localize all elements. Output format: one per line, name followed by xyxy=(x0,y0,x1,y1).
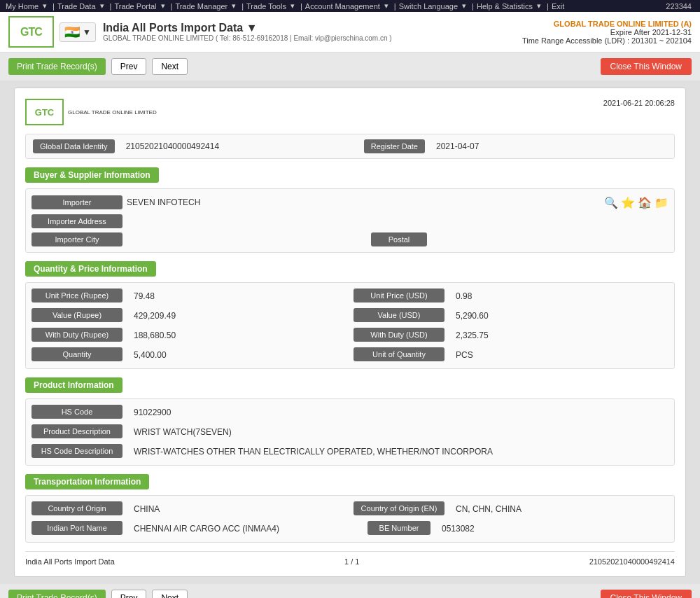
nav-help-statistics[interactable]: Help & Statistics xyxy=(477,2,533,11)
postal-value xyxy=(434,232,668,238)
hs-code-value: 91022900 xyxy=(130,405,668,420)
unit-price-usd-label: Unit Price (USD) xyxy=(354,288,444,303)
company-name: GLOBAL TRADE ONLINE LIMITED (A) xyxy=(522,20,692,28)
nav-exit[interactable]: Exit xyxy=(552,2,564,11)
search-icon[interactable]: 🔍 xyxy=(604,196,618,209)
importer-address-row: Importer Address xyxy=(31,214,668,228)
unit-of-quantity-label: Unit of Quantity xyxy=(354,347,444,361)
register-date-label: Register Date xyxy=(364,139,425,153)
account-info: GLOBAL TRADE ONLINE LIMITED (A) Expire A… xyxy=(522,20,692,45)
with-duty-usd-value: 2,325.75 xyxy=(451,328,668,343)
unit-price-rupee-label: Unit Price (Rupee) xyxy=(31,288,122,303)
product-section: Product Information HS Code 91022900 Pro… xyxy=(25,377,675,466)
hs-code-row: HS Code 91022900 xyxy=(31,405,668,420)
footer-dataset-label: India All Ports Import Data xyxy=(25,557,115,566)
value-rupee-label: Value (Rupee) xyxy=(31,308,122,322)
country-of-origin-value: CHINA xyxy=(130,501,346,517)
next-button-bottom[interactable]: Next xyxy=(152,590,188,598)
nav-trade-tools[interactable]: Trade Tools xyxy=(246,2,286,11)
buyer-supplier-section: Buyer & Supplier Information Importer SE… xyxy=(25,167,675,253)
logo: GTC xyxy=(8,16,54,48)
header: GTC 🇮🇳 ▼ India All Ports Import Data ▼ G… xyxy=(0,12,700,53)
buyer-icons: 🔍 ⭐ 🏠 📁 xyxy=(604,196,668,209)
close-button-bottom[interactable]: Close This Window xyxy=(601,590,692,598)
record-card: GTC GLOBAL TRADE ONLINE LIMITED 2021-06-… xyxy=(14,88,686,577)
header-title-area: India All Ports Import Data ▼ GLOBAL TRA… xyxy=(103,22,522,42)
quantity-row: Quantity 5,400.00 Unit of Quantity PCS xyxy=(31,347,668,363)
with-duty-row: With Duty (Rupee) 188,680.50 With Duty (… xyxy=(31,328,668,343)
product-body: HS Code 91022900 Product Description WRI… xyxy=(25,398,675,466)
nav-switch-language[interactable]: Switch Language xyxy=(399,2,458,11)
prev-button-top[interactable]: Prev xyxy=(111,58,147,75)
flag-icon: 🇮🇳 xyxy=(64,25,80,40)
print-button-top[interactable]: Print Trade Record(s) xyxy=(8,58,106,75)
country-of-origin-label: Country of Origin xyxy=(31,501,122,515)
record-logo: GTC GLOBAL TRADE ONLINE LIMITED xyxy=(25,99,157,125)
quantity-label: Quantity xyxy=(31,347,122,361)
unit-of-quantity-value: PCS xyxy=(451,347,668,363)
hs-code-description-label: HS Code Description xyxy=(31,444,122,458)
product-title: Product Information xyxy=(25,377,122,393)
main-content: GTC GLOBAL TRADE ONLINE LIMITED 2021-06-… xyxy=(0,81,700,584)
footer-record-id: 21052021040000492414 xyxy=(589,557,675,566)
close-button-top[interactable]: Close This Window xyxy=(601,58,692,75)
importer-value: SEVEN INFOTECH xyxy=(122,195,604,210)
record-logo-text: GLOBAL TRADE ONLINE LIMITED xyxy=(68,109,157,116)
with-duty-rupee-value: 188,680.50 xyxy=(130,328,346,343)
hs-code-label: HS Code xyxy=(31,405,122,419)
transportation-body: Country of Origin CHINA Country of Origi… xyxy=(25,495,675,543)
nav-account-management[interactable]: Account Management xyxy=(305,2,380,11)
page-title: India All Ports Import Data ▼ xyxy=(103,22,522,34)
buyer-supplier-title: Buyer & Supplier Information xyxy=(25,167,159,183)
star-icon[interactable]: ⭐ xyxy=(621,196,635,209)
quantity-price-section: Quantity & Price Information Unit Price … xyxy=(25,261,675,369)
postal-label: Postal xyxy=(371,232,427,246)
value-row: Value (Rupee) 429,209.49 Value (USD) 5,2… xyxy=(31,308,668,324)
home-icon[interactable]: 🏠 xyxy=(638,196,652,209)
indian-port-value: CHENNAI AIR CARGO ACC (INMAA4) xyxy=(130,521,360,536)
importer-city-value xyxy=(130,232,364,238)
be-number-value: 0513082 xyxy=(438,521,668,536)
prev-button-bottom[interactable]: Prev xyxy=(111,590,147,598)
hs-code-description-value: WRIST-WATCHES OTHER THAN ELECTRICALLY OP… xyxy=(130,444,668,459)
country-of-origin-en-value: CN, CHN, CHINA xyxy=(451,501,668,517)
folder-icon[interactable]: 📁 xyxy=(654,196,668,209)
quantity-price-body: Unit Price (Rupee) 79.48 Unit Price (USD… xyxy=(25,282,675,369)
quantity-value: 5,400.00 xyxy=(130,347,346,363)
time-range: Time Range Accessible (LDR) : 201301 ~ 2… xyxy=(522,36,692,45)
page-subtitle: GLOBAL TRADE ONLINE LIMITED ( Tel: 86-51… xyxy=(103,34,522,42)
importer-address-label: Importer Address xyxy=(31,214,122,228)
bottom-toolbar: Print Trade Record(s) Prev Next Close Th… xyxy=(0,584,700,598)
country-of-origin-en-label: Country of Origin (EN) xyxy=(354,501,444,515)
top-toolbar: Print Trade Record(s) Prev Next Close Th… xyxy=(0,53,700,81)
account-number: 223344 xyxy=(666,2,692,11)
nav-trade-data[interactable]: Trade Data xyxy=(57,2,96,11)
importer-row: Importer SEVEN INFOTECH 🔍 ⭐ 🏠 📁 xyxy=(31,195,668,210)
nav-trade-portal[interactable]: Trade Portal xyxy=(114,2,156,11)
country-origin-row: Country of Origin CHINA Country of Origi… xyxy=(31,501,668,517)
dropdown-arrow: ▼ xyxy=(83,27,91,37)
expire-label: Expire After 2021-12-31 xyxy=(522,28,692,36)
nav-my-home[interactable]: My Home xyxy=(6,2,38,11)
importer-city-row: Importer City Postal xyxy=(31,232,668,246)
register-date-value: 2021-04-07 xyxy=(432,139,667,154)
record-footer: India All Ports Import Data 1 / 1 210520… xyxy=(25,551,675,566)
transportation-title: Transportation Information xyxy=(25,474,149,489)
top-navigation: My Home ▾ | Trade Data ▾ | Trade Portal … xyxy=(0,0,700,12)
product-description-value: WRIST WATCH(7SEVEN) xyxy=(130,424,668,440)
importer-address-value xyxy=(130,214,668,220)
logo-area: GTC 🇮🇳 ▼ xyxy=(8,16,96,48)
value-usd-value: 5,290.60 xyxy=(451,308,668,324)
unit-price-row: Unit Price (Rupee) 79.48 Unit Price (USD… xyxy=(31,288,668,304)
record-logo-box: GTC xyxy=(25,99,64,125)
quantity-price-title: Quantity & Price Information xyxy=(25,261,156,277)
record-timestamp: 2021-06-21 20:06:28 xyxy=(603,99,675,107)
flag-dropdown[interactable]: 🇮🇳 ▼ xyxy=(59,22,96,42)
product-description-row: Product Description WRIST WATCH(7SEVEN) xyxy=(31,424,668,440)
record-header: GTC GLOBAL TRADE ONLINE LIMITED 2021-06-… xyxy=(25,99,675,125)
with-duty-usd-label: With Duty (USD) xyxy=(354,328,444,342)
print-button-bottom[interactable]: Print Trade Record(s) xyxy=(8,590,106,598)
nav-trade-manager[interactable]: Trade Manager xyxy=(175,2,227,11)
next-button-top[interactable]: Next xyxy=(152,58,188,75)
importer-label: Importer xyxy=(31,195,122,209)
